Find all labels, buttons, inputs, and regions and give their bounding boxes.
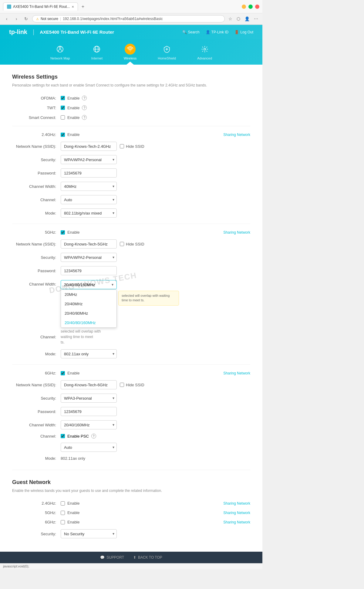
band-6ghz-enable: Enable (61, 371, 79, 375)
logout-button[interactable]: 🚪 Log Out (234, 30, 253, 34)
separator-3 (12, 364, 250, 365)
ssid-24ghz-label: Network Name (SSID): (12, 144, 61, 149)
mode-24ghz-select-wrapper: 802.11b/g/n/ax mixed (61, 208, 117, 218)
band-24ghz-checkbox[interactable] (61, 133, 65, 137)
minimize-button[interactable] (242, 5, 246, 9)
new-tab-button[interactable]: + (79, 3, 86, 10)
band-5ghz-checkbox[interactable] (61, 230, 65, 235)
logo-divider: | (33, 29, 34, 36)
ssid-5ghz-input[interactable] (61, 239, 117, 249)
channel-width-5ghz-dropdown: 20MHz 20/40MHz 20/40/80MHz 20/40/80/160M… (61, 289, 117, 328)
maximize-button[interactable] (248, 5, 253, 9)
logo: tp-link (9, 29, 27, 36)
more-icon[interactable]: ⋯ (253, 15, 259, 22)
ssid-24ghz-input[interactable] (61, 142, 117, 151)
smart-connect-control: Enable ? (61, 115, 250, 120)
smart-connect-help-icon[interactable]: ? (82, 115, 87, 120)
forward-button[interactable]: › (13, 15, 20, 22)
reload-button[interactable]: ↻ (22, 15, 30, 22)
address-bar-area: ‹ › ↻ ⚠ Not secure | 192.168.0.1/webpage… (0, 13, 262, 25)
channel-width-24ghz-select[interactable]: 40MHz (61, 182, 117, 191)
account-button[interactable]: 👤 TP-Link ID (206, 30, 229, 34)
password-5ghz-input[interactable] (61, 266, 117, 275)
band-24ghz-section: 2.4GHz: Enable Sharing Network Network N… (12, 132, 250, 218)
mode-5ghz-select[interactable]: 802.11ax only (61, 349, 117, 358)
guest-band-5ghz-sharing-link[interactable]: Sharing Network (223, 511, 250, 515)
channel-auto-6ghz-select[interactable]: Auto (61, 443, 117, 452)
hide-ssid-6ghz-label: Hide SSID (126, 383, 144, 387)
twt-help-icon[interactable]: ? (82, 105, 87, 110)
nav-homeshield-icon (161, 44, 172, 55)
hide-ssid-6ghz-checkbox[interactable] (120, 383, 124, 387)
hide-ssid-24ghz-checkbox[interactable] (120, 144, 124, 148)
wireless-settings-section: Wireless Settings Personalize settings f… (12, 74, 250, 461)
nav-item-homeshield[interactable]: HomeShield (147, 39, 187, 65)
enable-psc-checkbox[interactable] (61, 434, 65, 438)
support-button[interactable]: 💬 SUPPORT (100, 555, 124, 560)
guest-security-select[interactable]: No Security (61, 529, 117, 538)
nav-item-advanced[interactable]: Advanced (187, 39, 223, 65)
password-6ghz-input[interactable] (61, 407, 117, 416)
channel-24ghz-select[interactable]: Auto (61, 195, 117, 204)
band-6ghz-sharing-link[interactable]: Sharing Network (223, 371, 250, 375)
security-24ghz-select[interactable]: WPA/WPA2-Personal (61, 155, 117, 164)
nav-internet-label: Internet (91, 56, 103, 60)
back-button[interactable]: ‹ (3, 15, 10, 22)
guest-band-6ghz-enable-text: Enable (67, 520, 79, 524)
twt-checkbox[interactable] (61, 106, 65, 110)
psc-help-icon[interactable]: ? (91, 434, 96, 438)
header-actions: 🔍 Search 👤 TP-Link ID 🚪 Log Out (182, 30, 253, 34)
band-5ghz-enable: Enable (61, 230, 79, 235)
ofdma-help-icon[interactable]: ? (82, 96, 87, 100)
guest-band-6ghz-sharing-link[interactable]: Sharing Network (223, 520, 250, 524)
dropdown-item-204080mhz[interactable]: 20/40/80MHz (61, 309, 116, 318)
password-24ghz-input[interactable] (61, 168, 117, 178)
channel-width-6ghz-row: Channel Width: 20/40/160MHz (12, 420, 250, 429)
address-bar[interactable]: ⚠ Not secure | 192.168.0.1/webpages/inde… (32, 15, 225, 22)
tab-close-button[interactable]: ✕ (72, 5, 74, 8)
nav-wireless-label: Wireless (124, 56, 136, 60)
dropdown-item-20mhz[interactable]: 20MHz (61, 290, 116, 299)
band-5ghz-sharing-link[interactable]: Sharing Network (223, 230, 250, 235)
channel-24ghz-row: Channel: Auto (12, 195, 250, 204)
nav-item-wireless[interactable]: Wireless (113, 39, 147, 65)
ssid-6ghz-label: Network Name (SSID): (12, 383, 61, 387)
back-to-top-button[interactable]: ⬆ BACK TO TOP (133, 555, 162, 560)
guest-band-6ghz-controls: Enable Sharing Network (61, 520, 250, 524)
hide-ssid-5ghz-checkbox[interactable] (120, 242, 124, 246)
ofdma-label: OFDMA: (12, 96, 61, 100)
smart-connect-checkbox[interactable] (61, 115, 65, 120)
channel-width-5ghz-trigger[interactable]: 20/40/80/160MHz ▾ (61, 280, 117, 289)
svg-point-5 (130, 50, 131, 51)
smart-connect-label: Smart Connect: (12, 115, 61, 120)
logo-area: tp-link | AXE5400 Tri-Band Wi-Fi 6E Rout… (9, 29, 114, 36)
guest-band-24ghz-sharing-link[interactable]: Sharing Network (223, 501, 250, 506)
band-24ghz-controls: Enable Sharing Network (61, 132, 250, 137)
search-button[interactable]: 🔍 Search (182, 30, 200, 34)
twt-label: TWT: (12, 106, 61, 110)
extensions-icon[interactable]: ⬡ (235, 15, 241, 22)
star-icon[interactable]: ☆ (227, 15, 234, 22)
guest-band-5ghz-checkbox[interactable] (61, 511, 65, 515)
nav-item-internet[interactable]: Internet (81, 39, 113, 65)
ofdma-checkbox[interactable] (61, 96, 65, 100)
mode-24ghz-select[interactable]: 802.11b/g/n/ax mixed (61, 208, 117, 218)
channel-6ghz-psc: Enable PSC ? (61, 434, 96, 438)
security-5ghz-select[interactable]: WPA/WPA2-Personal (61, 253, 117, 262)
band-24ghz-sharing-link[interactable]: Sharing Network (223, 133, 250, 137)
dropdown-item-20408160mhz[interactable]: 20/40/80/160MHz (61, 318, 116, 327)
dropdown-item-2040mhz[interactable]: 20/40MHz (61, 299, 116, 309)
ssid-6ghz-input[interactable] (61, 380, 117, 389)
security-6ghz-select[interactable]: WPA3-Personal (61, 394, 117, 403)
account-icon: 👤 (206, 30, 210, 34)
profile-icon[interactable]: 👤 (243, 15, 251, 22)
guest-band-24ghz-checkbox[interactable] (61, 501, 65, 506)
channel-width-6ghz-select[interactable]: 20/40/160MHz (61, 420, 117, 429)
active-tab[interactable]: AXE5400 Tri-Band Wi-Fi 6E Rout... ✕ (3, 2, 78, 11)
nav-item-network-map[interactable]: Network Map (40, 39, 81, 65)
close-button[interactable] (255, 5, 259, 9)
band-6ghz-checkbox[interactable] (61, 371, 65, 375)
guest-band-6ghz-checkbox[interactable] (61, 520, 65, 524)
nav-homeshield-label: HomeShield (158, 56, 176, 60)
back-to-top-icon: ⬆ (133, 555, 136, 560)
